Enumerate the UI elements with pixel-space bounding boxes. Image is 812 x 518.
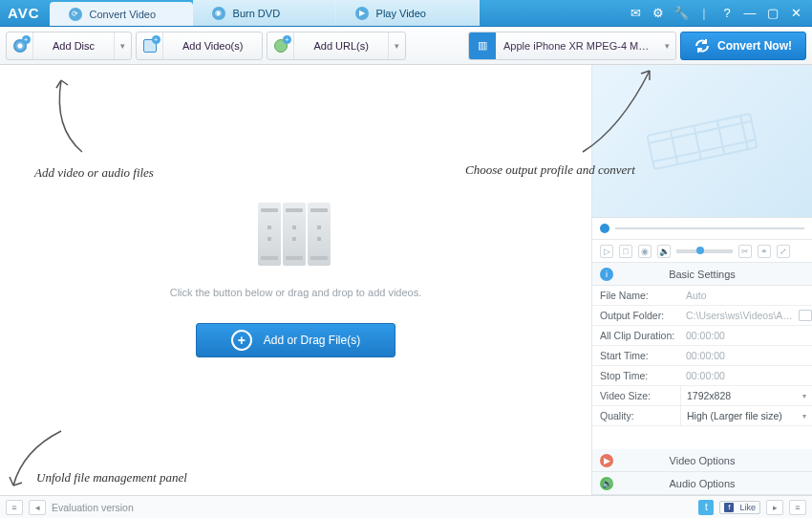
row-stop-time: Stop Time: 00:00:00 — [592, 366, 812, 386]
basic-settings-header[interactable]: i Basic Settings — [592, 263, 812, 286]
label: Start Time: — [592, 350, 680, 361]
value[interactable]: C:\Users\ws\Videos\An... — [680, 310, 812, 321]
profile-text: Apple iPhone XR MPEG-4 Movie (*.m... — [496, 40, 658, 52]
audio-options-icon: 🔊 — [600, 477, 613, 490]
label: All Clip Duration: — [592, 330, 680, 341]
add-or-drag-button[interactable]: + Add or Drag File(s) — [196, 323, 395, 357]
mail-icon[interactable]: ✉ — [627, 5, 644, 22]
globe-icon — [267, 32, 294, 59]
row-video-size: Video Size: 1792x828▾ — [592, 386, 812, 406]
annotation-add-files: Add video or audio files — [34, 165, 154, 181]
tab-label: Burn DVD — [233, 8, 281, 19]
maximize-icon[interactable]: ▢ — [764, 5, 781, 22]
volume-slider[interactable] — [676, 249, 733, 253]
unfold-panel-button[interactable]: ≡ — [6, 500, 23, 515]
collapse-button[interactable]: ◂ — [29, 500, 46, 515]
row-start-time: Start Time: 00:00:00 — [592, 346, 812, 366]
cut-icon[interactable]: ✂ — [738, 245, 752, 258]
value: 00:00:00 — [680, 330, 812, 341]
basic-settings-table: File Name: Auto Output Folder: C:\Users\… — [592, 286, 812, 426]
value[interactable]: Auto — [680, 290, 812, 301]
add-disc-button[interactable]: Add Disc ▾ — [6, 32, 132, 60]
status-text: Evaluation version — [52, 502, 134, 513]
preview-controls: ▷ □ ◉ 🔈 ✂ ⚭ ⤢ — [592, 240, 812, 263]
tab-label: Convert Video — [90, 9, 157, 20]
button-label: Add Disc — [33, 40, 114, 52]
titlebar-controls: ✉ ⚙ 🔧 | ? — ▢ ✕ — [619, 0, 812, 26]
mute-icon[interactable]: 🔈 — [657, 245, 671, 258]
chevron-down-icon[interactable]: ▾ — [658, 41, 675, 51]
profile-icon: ▥ — [469, 32, 496, 59]
tab-label: Play Video — [376, 8, 426, 19]
menu-button[interactable]: ≡ — [789, 500, 806, 515]
add-videos-button[interactable]: Add Video(s) — [136, 32, 263, 60]
label: File Name: — [592, 290, 680, 301]
row-output-folder: Output Folder: C:\Users\ws\Videos\An... — [592, 306, 812, 326]
row-quality: Quality: High (Larger file size)▾ — [592, 406, 812, 426]
row-all-clip-duration: All Clip Duration: 00:00:00 — [592, 326, 812, 346]
quality-select[interactable]: High (Larger file size)▾ — [680, 406, 812, 425]
tab-burn-dvd[interactable]: ◉ Burn DVD — [193, 0, 336, 26]
help-icon[interactable]: ? — [718, 5, 736, 22]
main: Click the button below or drag and drop … — [0, 65, 812, 495]
app-logo: AVC — [0, 0, 50, 26]
annotation-choose-profile: Choose output profile and convert — [465, 162, 635, 178]
label: Video Size: — [592, 390, 680, 401]
titlebar: AVC ⟳ Convert Video ◉ Burn DVD ▶ Play Vi… — [0, 0, 812, 27]
progress-bar[interactable] — [592, 218, 812, 240]
drop-zone[interactable]: Click the button below or drag and drop … — [0, 65, 592, 495]
svg-line-6 — [740, 116, 747, 149]
button-label: Add Video(s) — [163, 40, 262, 52]
separator: | — [695, 5, 713, 22]
row-file-name: File Name: Auto — [592, 286, 812, 306]
play-icon[interactable]: ▷ — [600, 245, 613, 258]
section-title: Basic Settings — [669, 269, 736, 280]
arrow-icon — [564, 61, 669, 157]
toolbar: Add Disc ▾ Add Video(s) Add URL(s) ▾ ▥ A… — [0, 27, 812, 65]
button-label: Add URL(s) — [294, 40, 387, 52]
snapshot-icon[interactable]: ◉ — [638, 245, 652, 258]
facebook-like-button[interactable]: fLike — [719, 501, 760, 514]
button-label: Add or Drag File(s) — [264, 334, 360, 347]
info-icon: i — [600, 268, 613, 281]
twitter-icon[interactable]: t — [698, 500, 714, 515]
video-options-icon: ▶ — [600, 454, 613, 467]
browse-icon[interactable] — [799, 310, 812, 321]
expand-icon[interactable]: ⤢ — [777, 245, 790, 258]
value[interactable]: 00:00:00 — [680, 350, 812, 361]
close-icon[interactable]: ✕ — [787, 5, 804, 22]
tab-play-video[interactable]: ▶ Play Video — [336, 0, 480, 26]
burn-icon: ◉ — [212, 7, 225, 20]
plus-icon: + — [231, 330, 252, 351]
audio-options-header[interactable]: 🔊 Audio Options — [592, 472, 812, 495]
facebook-icon: f — [724, 503, 734, 512]
svg-line-3 — [671, 130, 677, 163]
stop-icon[interactable]: □ — [619, 245, 632, 258]
output-profile-select[interactable]: ▥ Apple iPhone XR MPEG-4 Movie (*.m... ▾ — [468, 32, 676, 60]
film-placeholder-icon — [258, 203, 334, 266]
chevron-down-icon: ▾ — [802, 392, 806, 400]
label: Stop Time: — [592, 370, 680, 381]
chevron-down-icon[interactable]: ▾ — [114, 32, 131, 59]
statusbar: ≡ ◂ Evaluation version t fLike ▸ ≡ — [0, 495, 812, 518]
drop-hint: Click the button below or drag and drop … — [170, 287, 422, 298]
next-button[interactable]: ▸ — [766, 500, 783, 515]
chevron-down-icon[interactable]: ▾ — [388, 32, 405, 59]
chevron-down-icon: ▾ — [802, 412, 806, 421]
value[interactable]: 00:00:00 — [680, 370, 812, 381]
minimize-icon[interactable]: — — [741, 5, 759, 22]
video-size-select[interactable]: 1792x828▾ — [680, 386, 812, 405]
tab-convert-video[interactable]: ⟳ Convert Video — [50, 2, 193, 26]
label: Output Folder: — [592, 310, 680, 321]
disc-icon — [7, 32, 33, 59]
arrow-icon — [34, 71, 101, 157]
add-urls-button[interactable]: Add URL(s) ▾ — [267, 32, 405, 60]
svg-line-4 — [694, 125, 700, 159]
gear-icon[interactable]: ⚙ — [650, 5, 667, 22]
convert-now-button[interactable]: Convert Now! — [680, 32, 806, 60]
section-title: Audio Options — [669, 478, 735, 489]
video-options-header[interactable]: ▶ Video Options — [592, 449, 812, 472]
wrench-icon[interactable]: 🔧 — [673, 5, 690, 22]
svg-line-5 — [717, 120, 724, 154]
link-icon[interactable]: ⚭ — [758, 245, 771, 258]
